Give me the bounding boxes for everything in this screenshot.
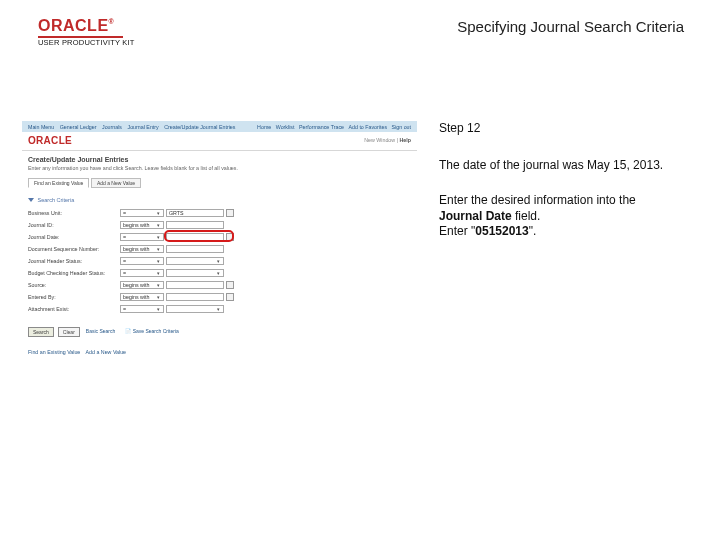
input-jh-status[interactable]: ▾ [166, 257, 224, 265]
row-attach-exist: Attachment Exist: =▾ ▾ [28, 303, 411, 315]
op-journal-id[interactable]: begins with▾ [120, 221, 164, 229]
brand-block: ORACLE® USER PRODUCTIVITY KIT [38, 18, 135, 47]
label-doc-seq: Document Sequence Number: [28, 246, 120, 252]
op-entered-by[interactable]: begins with▾ [120, 293, 164, 301]
breadcrumb-item[interactable]: General Ledger [60, 124, 98, 130]
input-journal-id[interactable] [166, 221, 224, 229]
step-label: Step 12 [439, 121, 669, 136]
brand-logo-text: ORACLE [38, 17, 109, 34]
instruction-line-2: Enter the desired information into the J… [439, 193, 669, 239]
search-button[interactable]: Search [28, 327, 54, 337]
breadcrumb-item[interactable]: Main Menu [28, 124, 56, 130]
save-search-link[interactable]: 📄 Save Search Criteria [123, 327, 181, 337]
op-bc-status[interactable]: =▾ [120, 269, 164, 277]
breadcrumb: Main Menu General Ledger Journals Journa… [28, 124, 239, 130]
page-title: Create/Update Journal Entries [22, 151, 417, 165]
input-entered-by[interactable] [166, 293, 224, 301]
instr-2a: Enter the desired information into the [439, 193, 636, 207]
label-journal-id: Journal ID: [28, 222, 120, 228]
top-link-perf[interactable]: Performance Trace [299, 124, 344, 130]
label-business-unit: Business Unit: [28, 210, 120, 216]
label-attach-exist: Attachment Exist: [28, 306, 120, 312]
row-journal-id: Journal ID: begins with▾ [28, 219, 411, 231]
label-journal-date: Journal Date: [28, 234, 120, 240]
label-bc-status: Budget Checking Header Status: [28, 270, 120, 276]
search-form: Business Unit: =▾ GRTS Journal ID: begin… [22, 203, 417, 321]
sep: | [397, 137, 398, 143]
button-row: Search Clear Basic Search 📄 Save Search … [22, 321, 417, 341]
slide-title: Specifying Journal Search Criteria [457, 18, 684, 36]
embedded-screenshot: Main Menu General Ledger Journals Journa… [22, 121, 417, 359]
breadcrumb-item[interactable]: Journals [102, 124, 124, 130]
clear-button[interactable]: Clear [58, 327, 80, 337]
op-source[interactable]: begins with▾ [120, 281, 164, 289]
top-links: Home Worklist Performance Trace Add to F… [254, 124, 411, 130]
top-link-worklist[interactable]: Worklist [276, 124, 295, 130]
footer-links: Find an Existing Value Add a New Value [22, 341, 417, 359]
input-attach-exist[interactable]: ▾ [166, 305, 224, 313]
chevron-down-icon [28, 198, 34, 202]
row-business-unit: Business Unit: =▾ GRTS [28, 207, 411, 219]
input-doc-seq[interactable] [166, 245, 224, 253]
new-window-link[interactable]: New Window [364, 137, 395, 143]
search-criteria-label: Search Criteria [38, 197, 75, 203]
app-breadcrumb-bar: Main Menu General Ledger Journals Journa… [22, 121, 417, 132]
instruction-panel: Step 12 The date of the journal was May … [439, 121, 669, 260]
op-journal-date[interactable]: =▾ [120, 233, 164, 241]
brand-logo: ORACLE® [38, 18, 135, 34]
top-link-signout[interactable]: Sign out [392, 124, 411, 130]
instr-3b: 05152013 [475, 224, 528, 238]
instr-2c: field. [512, 209, 541, 223]
search-criteria-header[interactable]: Search Criteria [22, 194, 417, 203]
label-source: Source: [28, 282, 120, 288]
row-doc-seq: Document Sequence Number: begins with▾ [28, 243, 411, 255]
row-bc-status: Budget Checking Header Status: =▾ ▾ [28, 267, 411, 279]
top-link-home[interactable]: Home [257, 124, 271, 130]
app-mini-logo: ORACLE [28, 135, 72, 146]
label-jh-status: Journal Header Status: [28, 258, 120, 264]
basic-search-link[interactable]: Basic Search [84, 327, 117, 337]
op-jh-status[interactable]: =▾ [120, 257, 164, 265]
app-personalize: New Window | Help [364, 137, 411, 143]
tab-find-existing[interactable]: Find an Existing Value [28, 178, 89, 188]
breadcrumb-item[interactable]: Journal Entry [128, 124, 161, 130]
row-entered-by: Entered By: begins with▾ [28, 291, 411, 303]
input-source[interactable] [166, 281, 224, 289]
brand-tm: ® [109, 18, 115, 25]
op-business-unit[interactable]: =▾ [120, 209, 164, 217]
top-link-fav[interactable]: Add to Favorites [349, 124, 388, 130]
app-brand-row: ORACLE New Window | Help [22, 132, 417, 151]
footer-add[interactable]: Add a New Value [86, 349, 127, 355]
row-jh-status: Journal Header Status: =▾ ▾ [28, 255, 411, 267]
lookup-icon[interactable] [226, 209, 234, 217]
op-attach-exist[interactable]: =▾ [120, 305, 164, 313]
instr-2b: Journal Date [439, 209, 512, 223]
brand-subline: USER PRODUCTIVITY KIT [38, 39, 135, 47]
lookup-icon[interactable] [226, 293, 234, 301]
lookup-icon[interactable] [226, 281, 234, 289]
footer-find[interactable]: Find an Existing Value [28, 349, 80, 355]
instr-3a: Enter " [439, 224, 475, 238]
input-business-unit[interactable]: GRTS [166, 209, 224, 217]
row-journal-date: Journal Date: =▾ [28, 231, 411, 243]
help-link[interactable]: Help [400, 137, 411, 143]
instruction-line-1: The date of the journal was May 15, 2013… [439, 158, 669, 173]
tab-add-new[interactable]: Add a New Value [91, 178, 141, 188]
op-doc-seq[interactable]: begins with▾ [120, 245, 164, 253]
row-source: Source: begins with▾ [28, 279, 411, 291]
breadcrumb-item[interactable]: Create/Update Journal Entries [164, 124, 235, 130]
calendar-icon[interactable] [226, 233, 234, 241]
tab-bar: Find an Existing Value Add a New Value [22, 175, 417, 194]
input-journal-date[interactable] [166, 233, 224, 241]
instr-3c: ". [529, 224, 537, 238]
label-entered-by: Entered By: [28, 294, 120, 300]
page-hint: Enter any information you have and click… [22, 165, 417, 175]
input-bc-status[interactable]: ▾ [166, 269, 224, 277]
